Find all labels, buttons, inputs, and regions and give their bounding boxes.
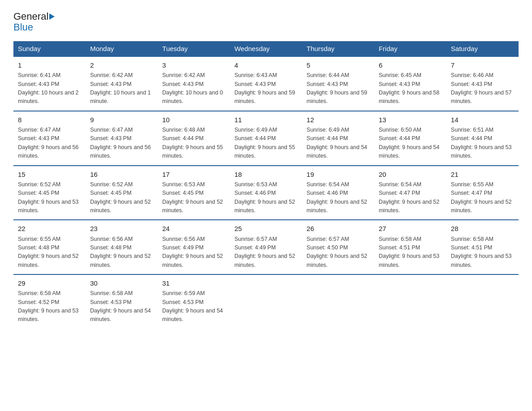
day-cell-10: 10Sunrise: 6:48 AMSunset: 4:44 PMDayligh…	[158, 111, 230, 166]
day-number: 13	[379, 115, 442, 125]
day-number: 21	[451, 169, 514, 180]
day-cell-17: 17Sunrise: 6:53 AMSunset: 4:45 PMDayligh…	[158, 166, 230, 220]
day-info: Sunrise: 6:42 AMSunset: 4:43 PMDaylight:…	[162, 72, 223, 104]
day-number: 11	[234, 115, 297, 125]
weekday-header-friday: Friday	[374, 41, 446, 56]
weekday-header-thursday: Thursday	[302, 41, 374, 56]
day-number: 23	[90, 223, 153, 234]
day-info: Sunrise: 6:46 AMSunset: 4:43 PMDaylight:…	[451, 72, 512, 104]
day-number: 16	[90, 169, 153, 180]
weekday-header-sunday: Sunday	[13, 41, 86, 56]
day-number: 24	[162, 223, 225, 234]
day-info: Sunrise: 6:52 AMSunset: 4:45 PMDaylight:…	[90, 181, 151, 214]
day-info: Sunrise: 6:44 AMSunset: 4:43 PMDaylight:…	[307, 72, 368, 104]
day-info: Sunrise: 6:58 AMSunset: 4:51 PMDaylight:…	[451, 236, 512, 268]
day-cell-11: 11Sunrise: 6:49 AMSunset: 4:44 PMDayligh…	[230, 111, 302, 166]
header: General Blue	[13, 11, 519, 33]
day-cell-6: 6Sunrise: 6:45 AMSunset: 4:43 PMDaylight…	[374, 56, 446, 111]
day-cell-12: 12Sunrise: 6:49 AMSunset: 4:44 PMDayligh…	[302, 111, 374, 166]
day-number: 10	[162, 115, 225, 125]
day-cell-16: 16Sunrise: 6:52 AMSunset: 4:45 PMDayligh…	[86, 166, 158, 220]
logo-area: General Blue	[13, 11, 56, 33]
week-row-4: 22Sunrise: 6:55 AMSunset: 4:48 PMDayligh…	[13, 220, 519, 274]
day-cell-26: 26Sunrise: 6:57 AMSunset: 4:50 PMDayligh…	[302, 220, 374, 274]
day-info: Sunrise: 6:57 AMSunset: 4:50 PMDaylight:…	[307, 236, 368, 268]
day-cell-19: 19Sunrise: 6:54 AMSunset: 4:46 PMDayligh…	[302, 166, 374, 220]
day-cell-1: 1Sunrise: 6:41 AMSunset: 4:43 PMDaylight…	[13, 56, 86, 111]
day-cell-2: 2Sunrise: 6:42 AMSunset: 4:43 PMDaylight…	[86, 56, 158, 111]
weekday-header-saturday: Saturday	[446, 41, 519, 56]
day-cell-25: 25Sunrise: 6:57 AMSunset: 4:49 PMDayligh…	[230, 220, 302, 274]
day-info: Sunrise: 6:49 AMSunset: 4:44 PMDaylight:…	[307, 127, 368, 159]
day-number: 12	[307, 115, 370, 125]
day-number: 9	[90, 115, 153, 125]
day-number: 22	[18, 223, 81, 234]
day-info: Sunrise: 6:54 AMSunset: 4:46 PMDaylight:…	[307, 181, 368, 214]
day-info: Sunrise: 6:56 AMSunset: 4:49 PMDaylight:…	[162, 236, 223, 268]
logo: General	[13, 11, 56, 22]
day-cell-13: 13Sunrise: 6:50 AMSunset: 4:44 PMDayligh…	[374, 111, 446, 166]
day-info: Sunrise: 6:55 AMSunset: 4:48 PMDaylight:…	[18, 236, 79, 268]
day-cell-28: 28Sunrise: 6:58 AMSunset: 4:51 PMDayligh…	[446, 220, 519, 274]
day-info: Sunrise: 6:53 AMSunset: 4:45 PMDaylight:…	[162, 181, 223, 214]
day-cell-18: 18Sunrise: 6:53 AMSunset: 4:46 PMDayligh…	[230, 166, 302, 220]
day-cell-21: 21Sunrise: 6:55 AMSunset: 4:47 PMDayligh…	[446, 166, 519, 220]
day-cell-31: 31Sunrise: 6:59 AMSunset: 4:53 PMDayligh…	[158, 274, 230, 329]
day-cell-14: 14Sunrise: 6:51 AMSunset: 4:44 PMDayligh…	[446, 111, 519, 166]
logo-general-text: General	[13, 11, 48, 22]
day-info: Sunrise: 6:56 AMSunset: 4:48 PMDaylight:…	[90, 236, 151, 268]
weekday-header-wednesday: Wednesday	[230, 41, 302, 56]
day-info: Sunrise: 6:43 AMSunset: 4:43 PMDaylight:…	[234, 72, 295, 104]
day-cell-22: 22Sunrise: 6:55 AMSunset: 4:48 PMDayligh…	[13, 220, 86, 274]
day-info: Sunrise: 6:42 AMSunset: 4:43 PMDaylight:…	[90, 72, 151, 104]
day-info: Sunrise: 6:50 AMSunset: 4:44 PMDaylight:…	[379, 127, 440, 159]
day-cell-5: 5Sunrise: 6:44 AMSunset: 4:43 PMDaylight…	[302, 56, 374, 111]
day-number: 7	[451, 60, 514, 70]
day-cell-20: 20Sunrise: 6:54 AMSunset: 4:47 PMDayligh…	[374, 166, 446, 220]
day-number: 27	[379, 223, 442, 234]
day-number: 17	[162, 169, 225, 180]
day-number: 6	[379, 60, 442, 70]
day-number: 28	[451, 223, 514, 234]
day-number: 2	[90, 60, 153, 70]
day-number: 25	[234, 223, 297, 234]
day-number: 5	[307, 60, 370, 70]
day-info: Sunrise: 6:45 AMSunset: 4:43 PMDaylight:…	[379, 72, 440, 104]
day-number: 3	[162, 60, 225, 70]
day-info: Sunrise: 6:59 AMSunset: 4:53 PMDaylight:…	[162, 290, 223, 322]
week-row-2: 8Sunrise: 6:47 AMSunset: 4:43 PMDaylight…	[13, 111, 519, 166]
day-info: Sunrise: 6:47 AMSunset: 4:43 PMDaylight:…	[18, 127, 79, 159]
day-cell-24: 24Sunrise: 6:56 AMSunset: 4:49 PMDayligh…	[158, 220, 230, 274]
day-info: Sunrise: 6:48 AMSunset: 4:44 PMDaylight:…	[162, 127, 223, 159]
day-cell-7: 7Sunrise: 6:46 AMSunset: 4:43 PMDaylight…	[446, 56, 519, 111]
empty-cell	[374, 274, 446, 329]
day-info: Sunrise: 6:58 AMSunset: 4:52 PMDaylight:…	[18, 290, 79, 322]
day-cell-9: 9Sunrise: 6:47 AMSunset: 4:43 PMDaylight…	[86, 111, 158, 166]
day-number: 19	[307, 169, 370, 180]
weekday-header-tuesday: Tuesday	[158, 41, 230, 56]
day-cell-8: 8Sunrise: 6:47 AMSunset: 4:43 PMDaylight…	[13, 111, 86, 166]
day-info: Sunrise: 6:47 AMSunset: 4:43 PMDaylight:…	[90, 127, 151, 159]
weekday-header-monday: Monday	[86, 41, 158, 56]
day-info: Sunrise: 6:58 AMSunset: 4:53 PMDaylight:…	[90, 290, 151, 322]
logo-blue-line: Blue	[13, 21, 33, 33]
day-number: 8	[18, 115, 81, 125]
week-row-3: 15Sunrise: 6:52 AMSunset: 4:45 PMDayligh…	[13, 166, 519, 220]
day-number: 18	[234, 169, 297, 180]
week-row-5: 29Sunrise: 6:58 AMSunset: 4:52 PMDayligh…	[13, 274, 519, 329]
empty-cell	[230, 274, 302, 329]
day-cell-3: 3Sunrise: 6:42 AMSunset: 4:43 PMDaylight…	[158, 56, 230, 111]
day-cell-27: 27Sunrise: 6:58 AMSunset: 4:51 PMDayligh…	[374, 220, 446, 274]
empty-cell	[302, 274, 374, 329]
day-number: 30	[90, 278, 153, 288]
empty-cell	[446, 274, 519, 329]
week-row-1: 1Sunrise: 6:41 AMSunset: 4:43 PMDaylight…	[13, 56, 519, 111]
day-info: Sunrise: 6:58 AMSunset: 4:51 PMDaylight:…	[379, 236, 440, 268]
day-number: 14	[451, 115, 514, 125]
day-info: Sunrise: 6:55 AMSunset: 4:47 PMDaylight:…	[451, 181, 512, 214]
day-info: Sunrise: 6:51 AMSunset: 4:44 PMDaylight:…	[451, 127, 512, 159]
day-number: 26	[307, 223, 370, 234]
day-info: Sunrise: 6:52 AMSunset: 4:45 PMDaylight:…	[18, 181, 79, 214]
day-cell-29: 29Sunrise: 6:58 AMSunset: 4:52 PMDayligh…	[13, 274, 86, 329]
day-info: Sunrise: 6:53 AMSunset: 4:46 PMDaylight:…	[234, 181, 295, 214]
